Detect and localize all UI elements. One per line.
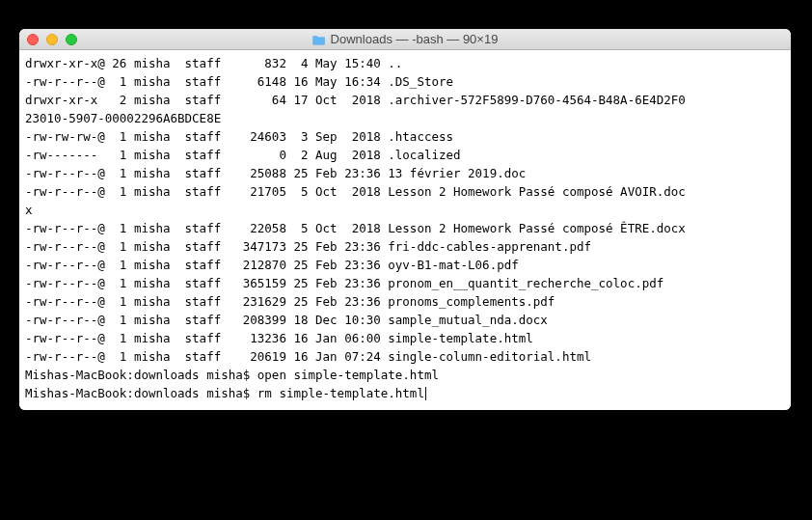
listing-line: 23010-5907-00002296A6BDCE8E: [25, 109, 785, 127]
prompt-line[interactable]: Mishas-MacBook:downloads misha$ rm simpl…: [25, 384, 785, 402]
window-title: Downloads — -bash — 90×19: [312, 32, 499, 46]
listing-line: -rw-r--r--@ 1 misha staff 347173 25 Feb …: [25, 237, 785, 256]
listing-line: -rw-r--r--@ 1 misha staff 231629 25 Feb …: [25, 292, 785, 311]
terminal-body[interactable]: drwxr-xr-x@ 26 misha staff 832 4 May 15:…: [19, 50, 791, 410]
cursor: [425, 387, 426, 400]
folder-icon: [312, 34, 326, 44]
close-button[interactable]: [27, 34, 39, 45]
listing-line: -rw-r--r--@ 1 misha staff 13236 16 Jan 0…: [25, 329, 785, 347]
prompt-line: Mishas-MacBook:downloads misha$ open sim…: [25, 366, 785, 384]
listing-line: -rw-r--r--@ 1 misha staff 21705 5 Oct 20…: [25, 182, 785, 201]
listing-line: -rw-r--r--@ 1 misha staff 22058 5 Oct 20…: [25, 219, 785, 237]
listing-line: -rw-r--r--@ 1 misha staff 6148 16 May 16…: [25, 72, 785, 91]
listing-line: -rw-r--r--@ 1 misha staff 25088 25 Feb 2…: [25, 164, 785, 182]
minimize-button[interactable]: [46, 34, 58, 45]
window-title-text: Downloads — -bash — 90×19: [331, 32, 499, 46]
listing-line: x: [25, 201, 785, 219]
terminal-window: Downloads — -bash — 90×19 drwxr-xr-x@ 26…: [19, 29, 791, 410]
titlebar[interactable]: Downloads — -bash — 90×19: [19, 29, 791, 50]
traffic-lights: [19, 34, 77, 45]
listing-line: -rw-r--r--@ 1 misha staff 20619 16 Jan 0…: [25, 347, 785, 366]
listing-line: -rw-rw-rw-@ 1 misha staff 24603 3 Sep 20…: [25, 127, 785, 146]
listing-line: -rw-r--r--@ 1 misha staff 212870 25 Feb …: [25, 256, 785, 274]
listing-line: drwxr-xr-x@ 26 misha staff 832 4 May 15:…: [25, 54, 785, 72]
listing-line: drwxr-xr-x 2 misha staff 64 17 Oct 2018 …: [25, 91, 785, 109]
listing-line: -rw-r--r--@ 1 misha staff 365159 25 Feb …: [25, 274, 785, 292]
maximize-button[interactable]: [66, 34, 77, 45]
listing-line: -rw------- 1 misha staff 0 2 Aug 2018 .l…: [25, 146, 785, 164]
listing-line: -rw-r--r--@ 1 misha staff 208399 18 Dec …: [25, 311, 785, 329]
